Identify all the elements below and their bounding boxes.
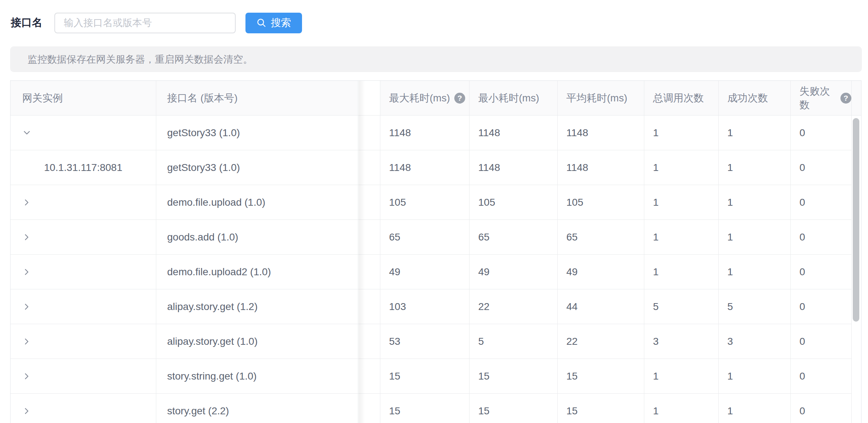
cell-success: 1 [719,220,791,254]
cell-success: 1 [719,255,791,289]
cell-api: demo.file.upload (1.0) [156,185,358,219]
column-header-avg-time: 平均耗时(ms) [558,81,644,115]
search-button-label: 搜索 [271,16,291,30]
chevron-right-icon[interactable] [22,302,32,311]
cell-avg: 65 [558,220,644,254]
cell-total: 1 [644,185,719,219]
cell-total: 1 [644,394,719,423]
table-row: demo.file.upload2 (1.0) 49 49 49 1 1 0 [11,255,852,289]
cell-api: alipay.story.get (1.2) [156,289,358,324]
cell-max: 1148 [380,150,470,185]
cell-total: 1 [644,220,719,254]
vertical-scrollbar-thumb[interactable] [853,118,859,322]
cell-fail: 0 [791,324,852,359]
cell-total: 1 [644,116,719,150]
cell-instance [11,289,156,324]
cell-avg: 15 [558,359,644,393]
cell-spacer [358,324,380,359]
chevron-right-icon[interactable] [22,267,32,277]
search-button[interactable]: 搜索 [245,13,302,33]
cell-fail: 0 [791,289,852,324]
cell-fail: 0 [791,185,852,219]
cell-api: demo.file.upload2 (1.0) [156,255,358,289]
chevron-right-icon[interactable] [22,198,32,207]
cell-api: story.get (2.2) [156,394,358,423]
cell-avg: 105 [558,185,644,219]
chevron-down-icon[interactable] [22,128,32,138]
alert-text: 监控数据保存在网关服务器，重启网关数据会清空。 [28,53,253,66]
cell-fail: 0 [791,116,852,150]
cell-max: 65 [380,220,470,254]
cell-max: 53 [380,324,470,359]
cell-spacer [358,220,380,254]
cell-spacer [358,185,380,219]
cell-success: 1 [719,116,791,150]
search-input[interactable] [54,13,236,33]
cell-instance [11,255,156,289]
cell-api: getStory33 (1.0) [156,116,358,150]
cell-min: 22 [470,289,558,324]
search-icon [256,18,266,28]
cell-success: 1 [719,359,791,393]
cell-min: 1148 [470,150,558,185]
cell-avg: 49 [558,255,644,289]
cell-instance [11,359,156,393]
cell-fail: 0 [791,150,852,185]
cell-min: 49 [470,255,558,289]
table-row: alipay.story.get (1.2) 103 22 44 5 5 0 [11,289,852,324]
cell-min: 15 [470,359,558,393]
cell-max: 15 [380,359,470,393]
table-row: getStory33 (1.0) 1148 1148 1148 1 1 0 [11,116,852,150]
cell-api: goods.add (1.0) [156,220,358,254]
table-row: story.get (2.2) 15 15 15 1 1 0 [11,394,852,423]
cell-spacer [358,359,380,393]
help-icon[interactable]: ? [840,93,851,104]
cell-instance [11,185,156,219]
column-header-api: 接口名 (版本号) [156,81,358,115]
cell-total: 1 [644,359,719,393]
cell-api: alipay.story.get (1.0) [156,324,358,359]
column-header-min-time: 最小耗时(ms) [470,81,558,115]
cell-instance [11,220,156,254]
table-row: demo.file.upload (1.0) 105 105 105 1 1 0 [11,185,852,220]
search-toolbar: 接口名 搜索 [11,12,302,33]
cell-instance [11,324,156,359]
cell-avg: 1148 [558,116,644,150]
cell-success: 1 [719,150,791,185]
cell-avg: 44 [558,289,644,324]
help-icon[interactable]: ? [454,93,465,104]
chevron-right-icon[interactable] [22,233,32,242]
column-header-instance: 网关实例 [11,81,156,115]
cell-min: 15 [470,394,558,423]
cell-total: 5 [644,289,719,324]
table-row: story.string.get (1.0) 15 15 15 1 1 0 [11,359,852,394]
cell-spacer [358,116,380,150]
cell-avg: 22 [558,324,644,359]
cell-api: getStory33 (1.0) [156,150,358,185]
cell-max: 15 [380,394,470,423]
table-header-row: 网关实例 接口名 (版本号) 最大耗时(ms)? 最小耗时(ms) 平均耗时(m… [11,81,861,116]
cell-min: 65 [470,220,558,254]
cell-total: 1 [644,150,719,185]
cell-min: 5 [470,324,558,359]
column-header-success-count: 成功次数 [719,81,791,115]
cell-api: story.string.get (1.0) [156,359,358,393]
column-header-spacer [358,81,380,115]
chevron-right-icon[interactable] [22,337,32,346]
cell-total: 1 [644,255,719,289]
table-row-child: 10.1.31.117:8081 getStory33 (1.0) 1148 1… [11,150,852,185]
column-header-total-calls: 总调用次数 [644,81,719,115]
cell-max: 49 [380,255,470,289]
table-row: alipay.story.get (1.0) 53 5 22 3 3 0 [11,324,852,359]
cell-max: 103 [380,289,470,324]
cell-fail: 0 [791,220,852,254]
cell-instance [11,116,156,150]
chevron-right-icon[interactable] [22,406,32,416]
cell-total: 3 [644,324,719,359]
cell-fail: 0 [791,359,852,393]
cell-avg: 1148 [558,150,644,185]
chevron-right-icon[interactable] [22,372,32,381]
cell-spacer [358,150,380,185]
cell-success: 1 [719,394,791,423]
interface-name-label: 接口名 [11,16,42,30]
